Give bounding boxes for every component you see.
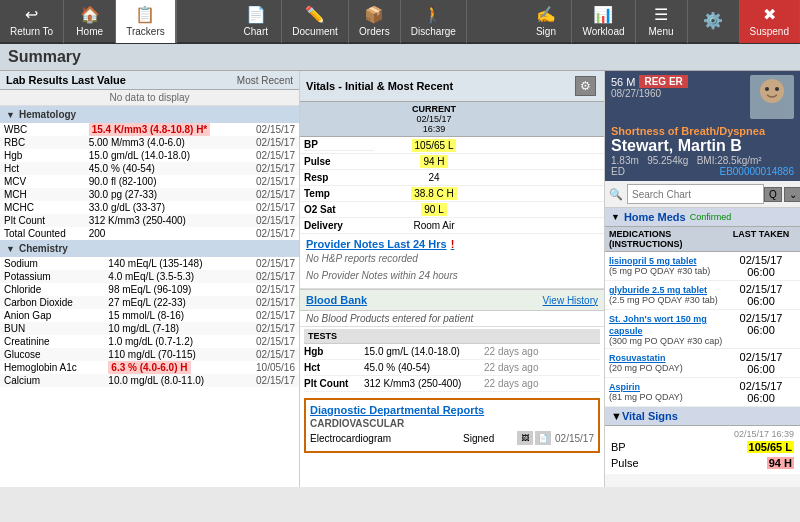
temp-label: Temp — [304, 188, 374, 199]
last-taken-col-header: LAST TAKEN — [726, 229, 796, 249]
diag-document-icon[interactable]: 📄 — [535, 431, 551, 445]
provider-notes-link[interactable]: Provider Notes Last 24 Hrs ! — [306, 238, 598, 250]
search-input[interactable] — [627, 184, 764, 204]
list-item: glyburide 2.5 mg tablet (2.5 mg PO QDAY … — [605, 281, 800, 310]
vitals-row-o2sat: O2 Sat 90 L — [300, 202, 604, 218]
table-row: Hgb 15.0 gm/dL (14.0-18.0) 02/15/17 — [0, 149, 299, 162]
test-row-hgb: Hgb 15.0 gm/L (14.0-18.0) 22 days ago — [304, 344, 600, 360]
vitals-title: Vitals - Initial & Most Recent — [306, 80, 453, 92]
chart-button[interactable]: 📄 Chart — [230, 0, 282, 43]
lab-value: 90.0 fl (82-100) — [85, 175, 242, 188]
lab-results-title: Lab Results Last Value — [6, 74, 126, 86]
lab-date: 02/15/17 — [238, 257, 299, 270]
lab-date: 02/15/17 — [238, 322, 299, 335]
list-item: Aspirin (81 mg PO QDAY) 02/15/1706:00 — [605, 378, 800, 407]
chemistry-section-header[interactable]: ▼ Chemistry — [0, 240, 299, 257]
lab-date: 02/15/17 — [242, 123, 299, 136]
vitals-row-delivery: Delivery Room Air — [300, 218, 604, 234]
med-last-taken: 02/15/1706:00 — [726, 351, 796, 375]
lab-name: Chloride — [0, 283, 104, 296]
patient-mrn: EB00000014886 — [719, 166, 794, 177]
return-to-icon: ↩ — [25, 5, 38, 24]
lab-name: Creatinine — [0, 335, 104, 348]
lab-value: 6.3 % (4.0-6.0) H — [104, 361, 238, 374]
lab-name: Calcium — [0, 374, 104, 387]
diag-image-icon[interactable]: 🖼 — [517, 431, 533, 445]
discharge-icon: 🚶 — [423, 5, 443, 24]
delivery-value: Room Air — [374, 220, 494, 231]
patient-name: Stewart, Martin B — [611, 137, 794, 155]
diag-item-status: Signed — [463, 433, 513, 444]
most-recent-label: Most Recent — [237, 75, 293, 86]
lab-date: 02/15/17 — [238, 374, 299, 387]
lab-name: Carbon Dioxide — [0, 296, 104, 309]
test-row-plt: Plt Count 312 K/mm3 (250-400) 22 days ag… — [304, 376, 600, 392]
lab-value: 10.0 mg/dL (8.0-11.0) — [104, 374, 238, 387]
vitals-gear-button[interactable]: ⚙ — [575, 76, 596, 96]
search-icon: 🔍 — [609, 188, 623, 201]
vitals-row-resp: Resp 24 — [300, 170, 604, 186]
discharge-button[interactable]: 🚶 Discharge — [401, 0, 467, 43]
chemistry-table: Sodium 140 mEq/L (135-148) 02/15/17 Pota… — [0, 257, 299, 387]
chevron-down-icon: ▼ — [6, 110, 15, 120]
table-row: Total Counted 200 02/15/17 — [0, 227, 299, 240]
lab-date: 02/15/17 — [242, 201, 299, 214]
med-last-taken: 02/15/1706:00 — [726, 380, 796, 404]
lab-date: 02/15/17 — [238, 270, 299, 283]
blood-bank-link[interactable]: Blood Bank — [306, 294, 367, 306]
diagnostic-reports-link[interactable]: Diagnostic Departmental Reports — [310, 404, 594, 416]
diagnostic-reports-box: Diagnostic Departmental Reports CARDIOVA… — [304, 398, 600, 453]
suspend-button[interactable]: ✖ Suspend — [740, 0, 800, 43]
sign-button[interactable]: ✍️ Sign — [520, 0, 572, 43]
menu-button[interactable]: ☰ Menu — [636, 0, 688, 43]
med-last-taken: 02/15/1706:00 — [726, 283, 796, 307]
search-options-button[interactable]: ⌄ — [784, 187, 800, 202]
patient-avatar-container — [750, 75, 794, 119]
return-to-button[interactable]: ↩ Return To — [0, 0, 64, 43]
hematology-table: WBC 15.4 K/mm3 (4.8-10.8) H* 02/15/17 RB… — [0, 123, 299, 240]
table-row: WBC 15.4 K/mm3 (4.8-10.8) H* 02/15/17 — [0, 123, 299, 136]
no-data-bar: No data to display — [0, 90, 299, 106]
chevron-down-icon: ▼ — [611, 212, 620, 222]
bp-value: 105/65 L — [374, 140, 494, 151]
table-row: Sodium 140 mEq/L (135-148) 02/15/17 — [0, 257, 299, 270]
search-bar: 🔍 Q ⌄ — [605, 181, 800, 208]
document-button[interactable]: ✏️ Document — [282, 0, 349, 43]
patient-info-panel: 56 M REG ER 08/27/1960 — [605, 71, 800, 487]
lab-name: MCH — [0, 188, 85, 201]
diag-item-name: Electrocardiogram — [310, 433, 463, 444]
patient-header: 56 M REG ER 08/27/1960 — [605, 71, 800, 123]
meds-table-header: MEDICATIONS (INSTRUCTIONS) LAST TAKEN — [605, 227, 800, 252]
bp-label: BP — [304, 139, 374, 151]
vital-signs-section-header[interactable]: ▼ Vital Signs — [605, 407, 800, 426]
med-name-detail: St. John's wort 150 mg capsule (300 mg P… — [609, 312, 726, 346]
settings-button[interactable]: ⚙️ — [688, 0, 740, 43]
vs-pulse-value: 94 H — [767, 457, 794, 469]
lab-date: 02/15/17 — [242, 227, 299, 240]
lab-name: Hgb — [0, 149, 85, 162]
hematology-section-header[interactable]: ▼ Hematology — [0, 106, 299, 123]
lab-value: 312 K/mm3 (250-400) — [85, 214, 242, 227]
patient-complaint: Shortness of Breath/Dyspnea — [611, 125, 794, 137]
no-blood-products-text: No Blood Products entered for patient — [300, 311, 604, 327]
table-row: MCHC 33.0 g/dL (33-37) 02/15/17 — [0, 201, 299, 214]
lab-value: 98 mEq/L (96-109) — [104, 283, 238, 296]
view-history-link[interactable]: View History — [543, 295, 598, 306]
no-provider-text: No Provider Notes within 24 hours — [306, 267, 598, 284]
patient-dob: 08/27/1960 — [611, 88, 744, 99]
resp-label: Resp — [304, 172, 374, 183]
lab-date: 10/05/16 — [238, 361, 299, 374]
svg-point-1 — [758, 103, 786, 119]
orders-button[interactable]: 📦 Orders — [349, 0, 401, 43]
trackers-button[interactable]: 📋 Trackers — [116, 0, 176, 43]
patient-unit: ED — [611, 166, 625, 177]
search-button[interactable]: Q — [764, 187, 782, 202]
lab-name: Anion Gap — [0, 309, 104, 322]
vitals-col-label — [304, 104, 374, 134]
delivery-label: Delivery — [304, 220, 374, 231]
workload-button[interactable]: 📊 Workload — [572, 0, 635, 43]
home-meds-section-header[interactable]: ▼ Home Meds Confirmed — [605, 208, 800, 227]
patient-demographics: 56 M REG ER 08/27/1960 — [611, 75, 744, 99]
lab-name: WBC — [0, 123, 85, 136]
home-button[interactable]: 🏠 Home — [64, 0, 116, 43]
